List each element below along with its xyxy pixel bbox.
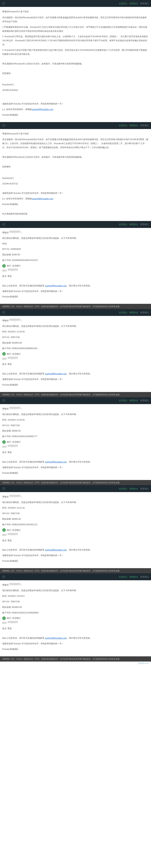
remark-row: 备注: 取款 (2, 362, 149, 366)
nav-contact[interactable]: 联系我们 (140, 399, 149, 402)
support-email-link[interactable]: support@forusdax.com (32, 108, 53, 111)
header-bar: 会员后台 转到后台 联系我们 (0, 0, 151, 7)
withdrawal-notice-3: 尊敬的 xxxx ! 我们很高兴通知您，您提交的取款申请我们已经处理完成提款，以… (0, 404, 151, 480)
announcement-1: 尊敬的Ruizdax外汇客户您好 首先感谢您一直以来对Ruizdax的信任与支持… (0, 7, 151, 122)
withdrawal-notice-2: 尊敬的 xxxx ! 我们很高兴通知您，您提交的取款申请我们已经处理完成提款，以… (0, 316, 151, 392)
support-email-link[interactable]: support@forusdax.com (32, 197, 53, 200)
support-email-link[interactable]: support@forusdax.com (45, 372, 67, 375)
redacted-name: xxxx (9, 319, 20, 321)
support-email-link[interactable]: support@forusdax.com (45, 637, 67, 639)
header-bar: 会员后台转到后台联系我们 (0, 574, 151, 580)
point-3: 3. Ruizdax外汇保证中国客户账户资金依然托管在主监方银行的信，所有历史出… (2, 48, 149, 56)
amount-row: 取款金额: $10000.00 (2, 341, 149, 345)
nav-contact[interactable]: 联系我们 (140, 311, 149, 314)
broken-image-icon (2, 487, 5, 490)
remark-row: 备注: 取款 (2, 626, 149, 630)
nav-member[interactable]: 会员后台 (119, 124, 127, 127)
nav-backend[interactable]: 转到后台 (129, 399, 138, 402)
nav-backend[interactable]: 转到后台 (129, 124, 138, 127)
hello-line: 尊敬的 xxxx ! (2, 407, 149, 411)
broken-image-icon (2, 576, 5, 578)
nav-backend[interactable]: 转到后台 (129, 311, 138, 314)
withdrawal-notice-5: 尊敬的 xxxx ! 我们很高兴通知您，您提交的取款申请我们已经处理完成提款，以… (0, 580, 151, 656)
remark-row: 备注: 取款 (2, 538, 149, 542)
nav-contact[interactable]: 联系我们 (140, 223, 149, 226)
nav-contact[interactable]: 联系我们 (140, 487, 149, 490)
branch-row: 分行: xxx (2, 357, 149, 361)
nav-contact[interactable]: 联系我们 (140, 2, 149, 5)
bank-icon (2, 264, 6, 268)
nav-contact[interactable]: 联系我们 (140, 124, 149, 127)
support-email-link[interactable]: support@forusdax.com (45, 461, 67, 463)
team: Ruizdax客服团队 (2, 113, 149, 117)
nav-member[interactable]: 会员后台 (119, 399, 127, 402)
intro-text: 首先感谢您一直以来对Ruizdax的信任与支持，由于近期澳大利亚金融监管委员会(… (2, 137, 149, 150)
withdrawal-notice-4: 尊敬的 xxxx ! 我们很高兴通知您，您提交的取款申请我们已经处理完成提款，以… (0, 492, 151, 568)
contact-note: 如以上信息有误，请尽快与正确信息转电邮至 support@forusdax.co… (2, 284, 149, 288)
notice-text: 我们很高兴通知您，您提交的取款申请我们已经处理完成提款，以下为申请详情: (2, 589, 149, 592)
hello-line: 尊敬的 xxxx ! (2, 583, 149, 587)
redacted-branch: xxx (8, 269, 18, 271)
support-email-link[interactable]: support@forusdax.com (45, 549, 67, 551)
broken-image-icon (2, 223, 5, 226)
nav-member[interactable]: 会员后台 (119, 311, 127, 314)
team: Ruizdax客服团队 (2, 647, 149, 651)
nav-links: 会员后台 转到后台 联系我们 (119, 2, 149, 5)
risk-warning: 风险警告: 外汇（Forex）和差价合约（CFD）交易涉及高融资杠杆，杠杆交易可… (0, 568, 151, 574)
thanks: 祝您愉快 (2, 71, 149, 75)
nav-backend[interactable]: 转到后台 (129, 223, 138, 226)
nav-member[interactable]: 会员后台 (119, 487, 127, 490)
account-row: 账户号码: RDB201905010090801063 (2, 346, 149, 350)
team: Ruizdax客服团队 (2, 294, 149, 299)
header-bar: 会员后台 转到后台 联系我们 (0, 122, 151, 129)
nav-backend[interactable]: 转到后台 (129, 2, 138, 5)
notice-text: 我们很高兴通知您，您提交的取款申请我们已经处理完成提款，以下为申请详情: (2, 500, 149, 504)
support-email-link[interactable]: support@forusdax.com (45, 284, 67, 287)
thanks-line: 感谢您选择 Ruizdax 作为您的合作伙伴，并祝您将有愉快的一天！ (2, 642, 149, 646)
bank-row: 银行: 农业银行 (2, 264, 149, 268)
nav-backend[interactable]: 转到后台 (129, 576, 138, 578)
closing-text: 再次感谢您对Ruizdax外汇的信任与支持。如有疑问，可发送邮件将为您联系客服邮… (2, 62, 149, 66)
thanks-line: 感谢您选择 Ruizdax 作为您的合作伙伴，并祝您将有愉快的一天！ (2, 377, 149, 381)
mt4-row: MT4 ID: 100593020 (2, 247, 149, 251)
watermark: 809030.com (0, 661, 151, 665)
account-row: 账户号码: RDB2019050215258600894 (2, 611, 149, 615)
nav-links: 会员后台 转到后台 联系我们 (119, 124, 149, 127)
redacted-name: xxxx (9, 583, 20, 585)
header-bar: 会员后台转到后台联系我们 (0, 221, 151, 228)
broken-image-icon (2, 2, 5, 5)
risk-warning: 风险警告: 外汇（Forex）和差价合约（CFD）交易涉及高融资杠杆，杠杆交易可… (0, 656, 151, 661)
greeting: 尊敬的Ruizdax外汇客户您好 (2, 9, 149, 13)
closing-text: 再次感谢您对Ruizdax外汇的信任与支持。如有疑问，可发送邮件将为您联系客服邮… (2, 155, 149, 159)
bank-row: 银行: 农业银行 (2, 352, 149, 356)
redacted-name: xxxx (9, 230, 20, 233)
bank-row: 银行: 农业银行 (2, 528, 149, 532)
notice-text: 我们很高兴通知您，您提交的取款申请我们已经处理完成提款，以下为申请详情: (2, 412, 149, 416)
nav-member[interactable]: 会员后台 (119, 2, 127, 5)
contact-note: 如以上信息有误，请尽快与正确信息转电邮至 support@forusdax.co… (2, 548, 149, 552)
nav-member[interactable]: 会员后台 (119, 223, 127, 226)
team: Ruizdax客服团队 (2, 202, 149, 206)
thanks-line: 感谢您选择 Ruizdax 作为您的合作伙伴，并祝您将有愉快的一天！ (2, 289, 149, 293)
ps-line: p.s. 如有任何其他询问，请电邮support@forusdax.com (2, 197, 149, 201)
ps-line: p.s. 如有任何其他询问，请电邮support@forusdax.com (2, 107, 149, 112)
greeting: 尊敬的Ruizdax外汇客户您好 (2, 132, 149, 136)
point-1: 1.严格遵循并规范ASIC法规，Ruizdax外汇已经公布取消大陆区所有第三方公… (2, 25, 149, 33)
mt4-row: MT4 ID: 76857230 (2, 335, 149, 339)
risk-warning: 风险警告: 外汇（Forex）和差价合约（CFD）交易涉及高融资杠杆，杠杆交易可… (0, 392, 151, 397)
nav-backend[interactable]: 转到后台 (129, 487, 138, 490)
thanks: 祝您愉快 (2, 165, 149, 169)
time-row: 时间: 2019/5/2 14:01:28 (2, 506, 149, 510)
team: Ruizdax客服团队 (2, 559, 149, 563)
amount-row: 取款金额: $10000.00 (2, 605, 149, 609)
account-row: 账户号码: RDB201905021500802777 (2, 434, 149, 438)
hello-line: 尊敬的 xxxx ! (2, 319, 149, 322)
contact-note: 如以上信息有误，请尽快与正确信息转电邮至 support@forusdax.co… (2, 636, 149, 640)
redacted-name: xxxx (9, 495, 20, 497)
nav-contact[interactable]: 联系我们 (140, 576, 149, 578)
redacted-branch: xxx (8, 621, 18, 623)
bank-row: 银行: 农业银行 (2, 616, 149, 620)
bank-icon (2, 352, 6, 355)
nav-member[interactable]: 会员后台 (119, 576, 127, 578)
branch-row: 分行: xxx (2, 269, 149, 273)
